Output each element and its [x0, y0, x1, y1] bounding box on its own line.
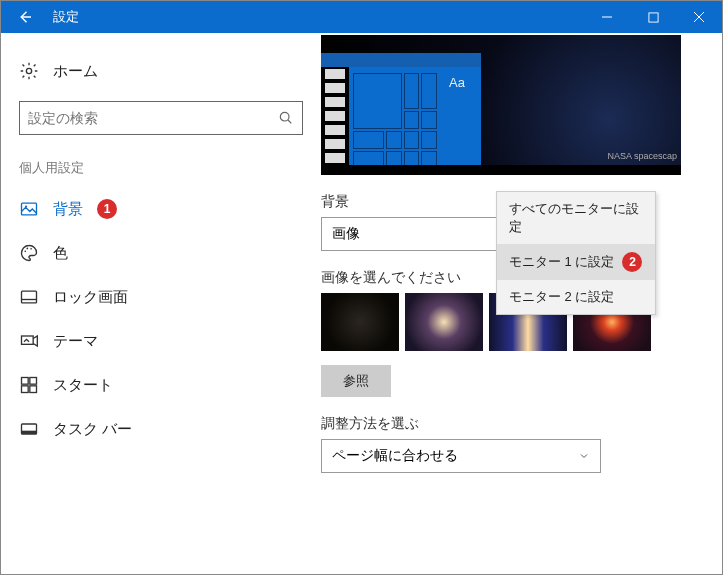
sidebar-item-lockscreen[interactable]: ロック画面	[11, 275, 311, 319]
dropdown-value: ページ幅に合わせる	[332, 447, 458, 465]
fit-label: 調整方法を選ぶ	[321, 415, 722, 433]
sidebar-item-label: スタート	[53, 376, 113, 395]
sidebar-item-label: タスク バー	[53, 420, 132, 439]
picture-icon	[19, 199, 39, 219]
context-menu: すべてのモニターに設定 モニター 1 に設定 2 モニター 2 に設定	[496, 191, 656, 315]
svg-point-2	[280, 112, 289, 121]
sidebar-item-label: 背景	[53, 200, 83, 219]
theme-icon	[19, 331, 39, 351]
sidebar-item-themes[interactable]: テーマ	[11, 319, 311, 363]
preview-window: Aa	[321, 53, 481, 173]
close-button[interactable]	[676, 1, 722, 33]
sidebar-item-colors[interactable]: 色	[11, 231, 311, 275]
palette-icon	[19, 243, 39, 263]
titlebar: 設定	[1, 1, 722, 33]
thumbnail[interactable]	[405, 293, 483, 351]
svg-point-7	[30, 248, 32, 250]
fit-dropdown[interactable]: ページ幅に合わせる	[321, 439, 601, 473]
sidebar-item-label: テーマ	[53, 332, 98, 351]
search-icon	[278, 110, 294, 126]
sidebar-item-background[interactable]: 背景 1	[11, 187, 311, 231]
menu-item-label: すべてのモニターに設定	[509, 200, 643, 236]
sidebar: ホーム 個人用設定 背景 1 色 ロック画面	[1, 33, 321, 574]
svg-point-1	[26, 68, 31, 73]
chevron-down-icon	[578, 450, 590, 462]
thumbnail[interactable]	[321, 293, 399, 351]
browse-button[interactable]: 参照	[321, 365, 391, 397]
minimize-button[interactable]	[584, 1, 630, 33]
gear-icon	[19, 61, 39, 81]
sidebar-item-taskbar[interactable]: タスク バー	[11, 407, 311, 451]
menu-item-label: モニター 1 に設定	[509, 253, 614, 271]
svg-rect-11	[30, 378, 37, 385]
sidebar-item-start[interactable]: スタート	[11, 363, 311, 407]
home-link[interactable]: ホーム	[11, 53, 311, 101]
lockscreen-icon	[19, 287, 39, 307]
svg-rect-13	[30, 386, 37, 393]
menu-item-label: モニター 2 に設定	[509, 288, 614, 306]
window-title: 設定	[49, 8, 584, 26]
svg-rect-15	[22, 431, 37, 434]
search-field[interactable]	[28, 110, 278, 126]
svg-rect-10	[22, 378, 29, 385]
preview-credit: NASA spacescap	[607, 151, 677, 161]
desktop-preview: Aa NASA spacescap	[321, 35, 681, 175]
svg-rect-8	[22, 291, 37, 303]
start-icon	[19, 375, 39, 395]
svg-rect-12	[22, 386, 29, 393]
section-title: 個人用設定	[11, 135, 311, 187]
back-button[interactable]	[1, 1, 49, 33]
preview-sample-text: Aa	[441, 67, 481, 173]
annotation-badge-2: 2	[622, 252, 642, 272]
sidebar-item-label: 色	[53, 244, 68, 263]
svg-rect-0	[648, 12, 657, 21]
search-input[interactable]	[19, 101, 303, 135]
sidebar-item-label: ロック画面	[53, 288, 128, 307]
dropdown-value: 画像	[332, 225, 360, 243]
annotation-badge-1: 1	[97, 199, 117, 219]
taskbar-icon	[19, 419, 39, 439]
svg-point-5	[24, 251, 26, 253]
svg-point-4	[25, 205, 27, 207]
menu-item-monitor-2[interactable]: モニター 2 に設定	[497, 280, 655, 314]
maximize-button[interactable]	[630, 1, 676, 33]
menu-item-monitor-1[interactable]: モニター 1 に設定 2	[497, 244, 655, 280]
home-label: ホーム	[53, 62, 98, 81]
svg-point-6	[27, 248, 29, 250]
menu-item-all-monitors[interactable]: すべてのモニターに設定	[497, 192, 655, 244]
